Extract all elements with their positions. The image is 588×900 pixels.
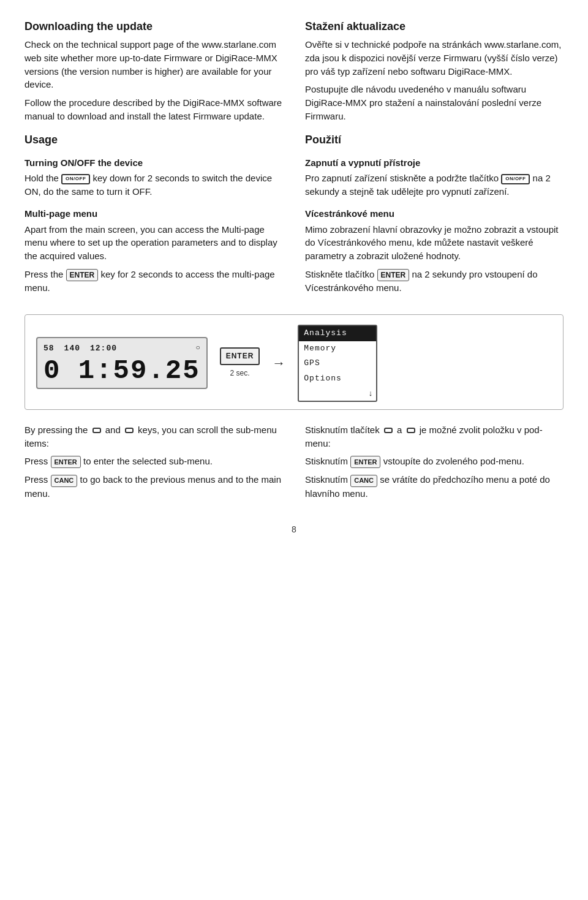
submenu-canc-pre-left: Press — [24, 474, 48, 485]
enter-btn-box: ENTER 2 sec. — [220, 347, 260, 379]
lcd-seg2: 140 — [64, 343, 80, 355]
download-section-right: Stažení aktualizace Ověřte si v technick… — [305, 18, 564, 123]
download-section-left: Downloading the update Check on the tech… — [24, 18, 283, 123]
multipage-section-left: Multi-page menu Apart from the main scre… — [24, 207, 283, 295]
on-off-label-left: ON/OFF — [66, 176, 86, 181]
usage-onoff-para-right: Pro zapnutí zařízení stiskněte a podržte… — [305, 172, 564, 199]
download-title-right: Stažení aktualizace — [305, 18, 564, 34]
canc-label-sub-right: CANC — [354, 477, 374, 484]
download-title-left: Downloading the update — [24, 18, 283, 34]
usage-onoff-text1-left: Hold the — [24, 173, 59, 183]
submenu-enter-right: Stisknutím ENTER vstoupíte do zvoleného … — [305, 455, 564, 468]
submenu-canc-pre-right: Stisknutím — [305, 474, 348, 485]
submenu-title-left: By pressing the — [24, 425, 88, 435]
submenu-enter-post-right: vstoupíte do zvoleného pod-menu. — [383, 456, 524, 466]
download-p2-left: Follow the procedure described by the Di… — [24, 96, 283, 123]
usage-title-right: Použití — [305, 132, 564, 148]
enter-key-btn-right: ENTER — [377, 269, 410, 281]
up-key-icon-scroll-left — [125, 428, 134, 433]
left-column: Downloading the update Check on the tech… — [24, 18, 283, 303]
enter-label-right: ENTER — [381, 271, 406, 279]
enter-seconds-label: 2 sec. — [230, 368, 249, 379]
enter-label-sub-left: ENTER — [55, 459, 77, 466]
submenu-enter-pre-right: Stisknutím — [305, 456, 348, 466]
lcd-seg3: 12:00 — [90, 343, 117, 355]
usage-sub1-right: Zapnutí a vypnutí přístroje — [305, 156, 564, 170]
menu-item-gps: GPS — [299, 356, 376, 371]
submenu-right: Stisknutím tlačítek a je možné zvolit po… — [305, 423, 564, 505]
download-p1-right: Ověřte si v technické podpoře na stránká… — [305, 38, 564, 78]
submenu-canc-right: Stisknutím CANC se vrátíte do předchozíh… — [305, 473, 564, 500]
multipage-p1-right: Mimo zobrazení hlavní obrazovky je možno… — [305, 223, 564, 263]
enter-key-sub-left: ENTER — [51, 456, 81, 468]
multipage-title-left: Multi-page menu — [24, 207, 283, 221]
right-column: Stažení aktualizace Ověřte si v technick… — [305, 18, 564, 303]
diagram-box: 58 140 12:00 ○ 0 1:59.25 ENTER 2 sec. → … — [24, 314, 564, 410]
submenu-enter-left: Press ENTER to enter the selected sub-me… — [24, 455, 283, 468]
submenu-and-right: a — [397, 425, 402, 435]
arrow-right-icon: → — [272, 354, 285, 373]
lcd-big-time: 0 1:59.25 — [43, 357, 200, 384]
usage-onoff-text1-right: Pro zapnutí zařízení stiskněte a podržte… — [305, 173, 499, 183]
menu-item-options: Options — [299, 371, 376, 387]
enter-key-btn-left: ENTER — [66, 269, 99, 281]
page-number: 8 — [24, 523, 564, 535]
on-off-key-icon-right: ON/OFF — [501, 174, 530, 184]
lcd-top-row: 58 140 12:00 ○ — [43, 343, 200, 355]
menu-box: Analysis Memory GPS Options ↓ — [298, 325, 377, 402]
submenu-scroll-left: By pressing the and keys, you can scroll… — [24, 423, 283, 450]
usage-onoff-para-left: Hold the ON/OFF key down for 2 seconds t… — [24, 172, 283, 199]
enter-key-diagram: ENTER — [220, 347, 260, 365]
submenu-title-right: Stisknutím tlačítek — [305, 425, 380, 435]
on-off-key-icon-left: ON/OFF — [61, 174, 90, 184]
submenu-enter-pre-left: Press — [24, 456, 48, 466]
usage-section-right: Použití Zapnutí a vypnutí přístroje Pro … — [305, 132, 564, 199]
down-key-icon-scroll-left — [92, 428, 101, 433]
submenu-enter-post-left: to enter the selected sub-menu. — [83, 456, 213, 466]
lcd-seg1: 58 — [43, 343, 55, 355]
multipage-p1-left: Apart from the main screen, you can acce… — [24, 223, 283, 263]
multipage-p2-right: Stiskněte tlačítko ENTER na 2 sekundy pr… — [305, 268, 564, 295]
usage-section-left: Usage Turning ON/OFF the device Hold the… — [24, 132, 283, 199]
lcd-display: 58 140 12:00 ○ 0 1:59.25 — [36, 337, 208, 389]
submenu-scroll-right: Stisknutím tlačítek a je možné zvolit po… — [305, 423, 564, 450]
enter-label-sub-right: ENTER — [354, 459, 377, 466]
canc-key-sub-left: CANC — [51, 475, 78, 487]
download-p2-right: Postupujte dle návodu uvedeného v manuál… — [305, 83, 564, 123]
down-key-icon-scroll-right — [384, 428, 393, 433]
submenu-left: By pressing the and keys, you can scroll… — [24, 423, 283, 505]
multipage-title-right: Vícestránkové menu — [305, 207, 564, 221]
multipage-p2-left: Press the ENTER key for 2 seconds to acc… — [24, 268, 283, 295]
menu-item-memory: Memory — [299, 341, 376, 357]
multipage-p2-pre-right: Stiskněte tlačítko — [305, 269, 374, 279]
submenu-canc-left: Press CANC to go back to the previous me… — [24, 473, 283, 500]
multipage-p2-pre-left: Press the — [24, 269, 63, 279]
enter-label-left: ENTER — [70, 271, 95, 279]
canc-key-sub-right: CANC — [350, 475, 377, 487]
multipage-section-right: Vícestránkové menu Mimo zobrazení hlavní… — [305, 207, 564, 295]
up-key-icon-scroll-right — [407, 428, 415, 433]
on-off-label-right: ON/OFF — [505, 176, 526, 181]
enter-key-sub-right: ENTER — [350, 456, 380, 468]
menu-footer: ↓ — [299, 387, 376, 401]
lcd-top-right: ○ — [195, 343, 200, 355]
submenu-and-left: and — [105, 425, 121, 435]
menu-arrow-icon: ↓ — [369, 388, 373, 399]
usage-title-left: Usage — [24, 132, 283, 148]
download-p1-left: Check on the technical support page of t… — [24, 38, 283, 91]
canc-label-sub-left: CANC — [55, 477, 74, 484]
usage-sub1-left: Turning ON/OFF the device — [24, 156, 283, 170]
menu-item-analysis: Analysis — [299, 326, 376, 341]
